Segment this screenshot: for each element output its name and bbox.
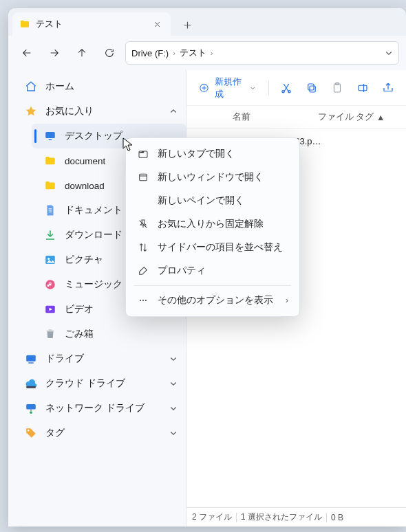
sidebar-item-tags[interactable]: タグ [12, 421, 186, 445]
drive-icon [25, 353, 37, 365]
tabstrip: テスト [8, 8, 406, 36]
svg-rect-6 [49, 329, 52, 331]
folder-icon [44, 179, 56, 192]
star-icon [25, 105, 37, 118]
svg-point-12 [28, 430, 29, 431]
navbar: Drive (F:) › テスト › [8, 36, 406, 70]
sidebar-label: download [65, 181, 105, 191]
unpin-icon [137, 218, 149, 230]
breadcrumb-segment[interactable]: Drive (F:) [131, 48, 169, 58]
separator [236, 513, 237, 522]
status-bar: 2 ファイル 1 選択されたファイル 0 B [186, 507, 406, 527]
svg-rect-1 [49, 140, 52, 141]
cut-button[interactable] [276, 76, 297, 100]
chevron-down-icon[interactable] [169, 404, 178, 412]
sidebar-label: ごみ箱 [65, 328, 94, 340]
forward-button[interactable] [43, 41, 66, 65]
svg-rect-0 [45, 132, 55, 138]
sidebar-item-cloud[interactable]: クラウド ドライブ [12, 371, 186, 396]
breadcrumb[interactable]: Drive (F:) › テスト › [125, 41, 399, 65]
ctx-label: 新しいウィンドウで開く [158, 171, 264, 184]
picture-icon [44, 254, 56, 266]
svg-point-14 [282, 90, 284, 92]
breadcrumb-expand-button[interactable] [385, 49, 393, 57]
separator [134, 285, 291, 286]
chevron-down-icon[interactable] [169, 429, 178, 437]
svg-point-15 [288, 90, 290, 92]
sidebar-label: ミュージック [65, 278, 122, 291]
separator [326, 513, 327, 522]
ctx-label: その他のオプションを表示 [158, 294, 273, 307]
column-name[interactable]: 名前 [186, 111, 297, 123]
back-button[interactable] [15, 41, 39, 65]
more-icon [137, 294, 149, 307]
new-button[interactable]: 新規作成 [193, 76, 261, 100]
svg-rect-8 [28, 362, 34, 364]
sidebar-item-network[interactable]: ネットワーク ドライブ [12, 396, 186, 421]
share-button[interactable] [378, 76, 399, 100]
ctx-properties[interactable]: プロパティ [130, 259, 295, 282]
new-tab-button[interactable] [176, 14, 198, 36]
breadcrumb-segment[interactable]: テスト [180, 47, 206, 59]
paste-button[interactable] [327, 76, 348, 100]
desktop-icon [44, 130, 56, 142]
sidebar-label: ダウンロード [65, 229, 122, 241]
svg-point-24 [142, 300, 144, 301]
sidebar-label: お気に入り [45, 105, 94, 118]
tag-icon [25, 427, 37, 439]
sidebar-label: document [65, 156, 105, 166]
sidebar-label: ピクチャ [65, 254, 103, 266]
command-bar: 新規作成 [186, 70, 406, 106]
sidebar-item-favorites[interactable]: お気に入り [12, 99, 186, 124]
ctx-reorder-sidebar[interactable]: サイドバーの項目を並べ替え [130, 236, 295, 259]
svg-rect-22 [140, 174, 147, 180]
cloud-icon [25, 377, 37, 390]
svg-point-11 [30, 411, 32, 414]
sidebar-label: ビデオ [65, 303, 94, 315]
status-selected: 1 選択されたファイル [241, 511, 322, 523]
rename-button[interactable] [352, 76, 374, 100]
copy-button[interactable] [301, 76, 323, 100]
column-headers: 名前 ファイル タグ▲ [186, 106, 406, 129]
video-icon [44, 303, 56, 315]
ctx-label: プロパティ [158, 265, 206, 277]
context-menu: 新しいタブで開く 新しいウィンドウで開く 新しいペインで開く お気に入りから固定… [125, 137, 300, 317]
sort-asc-icon: ▲ [376, 113, 385, 122]
tab-active[interactable]: テスト [12, 12, 171, 36]
svg-rect-7 [26, 355, 36, 362]
properties-icon [137, 265, 149, 277]
svg-rect-9 [26, 386, 36, 388]
chevron-up-icon[interactable] [169, 107, 178, 115]
sidebar-label: ドキュメント [65, 204, 122, 217]
ctx-unpin-favorite[interactable]: お気に入りから固定解除 [130, 212, 295, 236]
ctx-open-new-tab[interactable]: 新しいタブで開く [130, 142, 295, 166]
sidebar-label: ネットワーク ドライブ [45, 402, 145, 414]
up-button[interactable] [70, 41, 94, 65]
chevron-right-icon: › [173, 49, 175, 57]
ctx-label: お気に入りから固定解除 [158, 218, 264, 230]
sidebar-item-drive[interactable]: ドライブ [12, 346, 186, 371]
ctx-open-new-pane[interactable]: 新しいペインで開く [130, 189, 295, 212]
ctx-more-options[interactable]: その他のオプションを表示 › [130, 289, 295, 312]
ctx-open-new-window[interactable]: 新しいウィンドウで開く [130, 166, 295, 189]
sidebar-item-home[interactable]: ホーム [12, 74, 186, 99]
tab-icon [137, 148, 149, 160]
separator [268, 80, 269, 96]
reorder-icon [137, 241, 149, 254]
sidebar-item-trash[interactable]: ごみ箱 [32, 322, 186, 346]
svg-point-23 [140, 300, 141, 301]
ctx-label: 新しいタブで開く [158, 148, 235, 160]
sidebar-label: タグ [45, 427, 65, 439]
sidebar-label: ドライブ [45, 353, 84, 365]
status-count: 2 ファイル [192, 511, 232, 523]
ctx-label: 新しいペインで開く [158, 195, 244, 207]
folder-icon [44, 155, 56, 167]
music-icon [44, 278, 56, 291]
sidebar-label: クラウド ドライブ [45, 377, 125, 390]
column-filetag[interactable]: ファイル タグ▲ [297, 111, 406, 123]
close-tab-button[interactable] [150, 17, 164, 31]
chevron-down-icon[interactable] [169, 355, 178, 363]
refresh-button[interactable] [98, 41, 121, 65]
status-size: 0 B [331, 513, 343, 522]
chevron-down-icon[interactable] [169, 379, 178, 388]
